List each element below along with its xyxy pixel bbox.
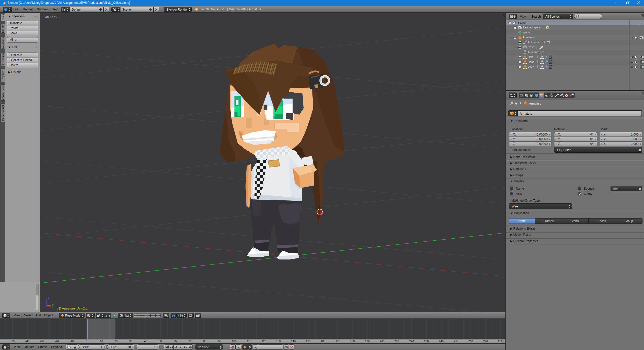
svg-text:i: i [6, 8, 6, 11]
svg-text:User Ortho: User Ortho [45, 15, 60, 19]
svg-text:x: x [52, 306, 53, 309]
svg-text:z: z [48, 296, 49, 299]
svg-text:(1) Armature : Arm2.L: (1) Armature : Arm2.L [57, 307, 88, 310]
